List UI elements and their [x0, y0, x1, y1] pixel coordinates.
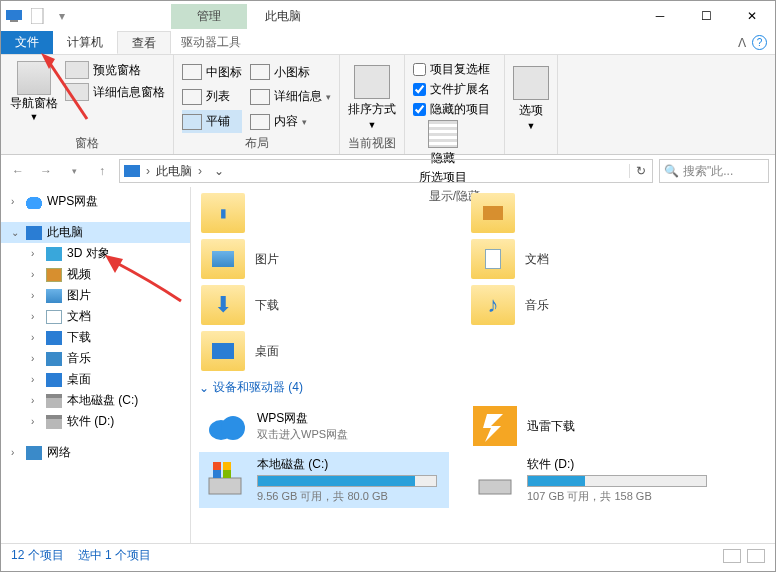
view-details-button[interactable]	[723, 549, 741, 563]
chevron-down-icon: ▼	[527, 121, 536, 131]
main-split: ›WPS网盘 ⌄此电脑 ›3D 对象 ›视频 ›图片 ›文档 ›下载 ›音乐 ›…	[1, 187, 775, 543]
address-bar[interactable]: › 此电脑 › ⌄ ↻	[119, 159, 653, 183]
device-drive-c[interactable]: 本地磁盘 (C:) 9.56 GB 可用，共 80.0 GB	[199, 452, 449, 508]
options-icon[interactable]	[513, 66, 549, 100]
quick-access-toolbar: ▾	[5, 7, 71, 25]
minimize-button[interactable]: ─	[637, 1, 683, 31]
tree-drive-d[interactable]: ›软件 (D:)	[1, 411, 190, 432]
tree-drive-c[interactable]: ›本地磁盘 (C:)	[1, 390, 190, 411]
group-panes-label: 窗格	[9, 133, 165, 152]
group-panes: 导航窗格 ▼ 预览窗格 详细信息窗格 窗格	[1, 55, 174, 154]
group-layout: 中图标 小图标 列表 详细信息▾ 平铺 内容▾ 布局	[174, 55, 340, 154]
nav-tree: ›WPS网盘 ⌄此电脑 ›3D 对象 ›视频 ›图片 ›文档 ›下载 ›音乐 ›…	[1, 187, 191, 543]
ribbon-help: ᐱ ?	[730, 31, 775, 54]
view-tiles-button[interactable]	[747, 549, 765, 563]
layout-tiles[interactable]: 平铺	[182, 110, 242, 133]
search-icon: 🔍	[664, 164, 679, 178]
tree-downloads[interactable]: ›下载	[1, 327, 190, 348]
help-icon[interactable]: ?	[752, 35, 767, 50]
tree-this-pc[interactable]: ⌄此电脑	[1, 222, 190, 243]
chevron-right-icon[interactable]: ›	[146, 164, 150, 178]
tree-wps[interactable]: ›WPS网盘	[1, 191, 190, 212]
qat-dropdown-icon[interactable]: ▾	[53, 7, 71, 25]
layout-list[interactable]: 列表	[182, 86, 242, 109]
group-currentview-label: 当前视图	[348, 133, 396, 152]
svg-rect-1	[10, 20, 18, 22]
tree-3d[interactable]: ›3D 对象	[1, 243, 190, 264]
nav-pane-label: 导航窗格	[10, 95, 58, 112]
sort-icon[interactable]	[354, 65, 390, 99]
tree-pictures[interactable]: ›图片	[1, 285, 190, 306]
group-layout-label: 布局	[182, 133, 331, 152]
device-xunlei[interactable]: 迅雷下载	[469, 402, 719, 450]
pc-icon[interactable]	[5, 7, 23, 25]
chevron-down-icon: ⌄	[199, 381, 209, 395]
doc-icon[interactable]	[29, 7, 47, 25]
folder-pictures[interactable]: 图片	[199, 237, 449, 281]
chk-checkboxes[interactable]: 项目复选框	[413, 61, 490, 78]
folder-downloads[interactable]: ⬇下载	[199, 283, 449, 327]
details-pane-button[interactable]: 详细信息窗格	[65, 83, 165, 101]
ribbon: 导航窗格 ▼ 预览窗格 详细信息窗格 窗格 中图标 小图标 列表 详细信息▾ 平…	[1, 55, 775, 155]
tab-computer[interactable]: 计算机	[53, 31, 117, 54]
layout-content[interactable]: 内容▾	[250, 110, 331, 133]
close-button[interactable]: ✕	[729, 1, 775, 31]
folder-desktop[interactable]: 桌面	[199, 329, 449, 373]
layout-medium[interactable]: 中图标	[182, 61, 242, 84]
titlebar: ▾ 管理 此电脑 ─ ☐ ✕	[1, 1, 775, 31]
breadcrumb-root[interactable]: 此电脑	[156, 163, 192, 180]
sort-label: 排序方式	[348, 101, 396, 118]
nav-pane-button[interactable]: 导航窗格 ▼	[9, 61, 59, 133]
folder-grid: ▮ 图片 文档 ⬇下载 ♪音乐 桌面	[199, 191, 767, 373]
address-bar-row: ← → ▾ ↑ › 此电脑 › ⌄ ↻ 🔍 搜索"此...	[1, 155, 775, 187]
tree-documents[interactable]: ›文档	[1, 306, 190, 327]
xunlei-icon	[473, 406, 517, 446]
collapse-ribbon-icon[interactable]: ᐱ	[738, 36, 746, 50]
window-buttons: ─ ☐ ✕	[637, 1, 775, 31]
content-pane: ▮ 图片 文档 ⬇下载 ♪音乐 桌面 ⌄设备和驱动器 (4) WPS网盘双击进入…	[191, 187, 775, 543]
chk-extensions[interactable]: 文件扩展名	[413, 81, 490, 98]
devices-grid: WPS网盘双击进入WPS网盘 迅雷下载 本地磁盘 (C:) 9.56 GB 可用…	[199, 402, 767, 508]
tree-music[interactable]: ›音乐	[1, 348, 190, 369]
status-selection: 选中 1 个项目	[78, 547, 151, 564]
tree-videos[interactable]: ›视频	[1, 264, 190, 285]
group-options: 选项 ▼	[505, 55, 558, 154]
search-box[interactable]: 🔍 搜索"此...	[659, 159, 769, 183]
options-label: 选项	[519, 102, 543, 119]
ribbon-tabs: 文件 计算机 查看 驱动器工具 ᐱ ?	[1, 31, 775, 55]
tree-desktop[interactable]: ›桌面	[1, 369, 190, 390]
svg-rect-5	[209, 478, 241, 494]
folder-documents[interactable]: 文档	[469, 237, 719, 281]
tab-view[interactable]: 查看	[117, 31, 171, 54]
view-switcher	[723, 549, 765, 563]
back-button[interactable]: ←	[7, 160, 29, 182]
chevron-down-icon: ▼	[368, 120, 377, 130]
search-placeholder: 搜索"此...	[683, 163, 733, 180]
addr-dropdown[interactable]: ⌄	[208, 164, 230, 178]
chk-hidden[interactable]: 隐藏的项目	[413, 101, 490, 118]
preview-pane-button[interactable]: 预览窗格	[65, 61, 165, 79]
device-wps[interactable]: WPS网盘双击进入WPS网盘	[199, 402, 449, 450]
status-count: 12 个项目	[11, 547, 64, 564]
status-bar: 12 个项目 选中 1 个项目	[1, 543, 775, 567]
layout-small[interactable]: 小图标	[250, 61, 331, 84]
section-devices[interactable]: ⌄设备和驱动器 (4)	[199, 379, 767, 396]
refresh-button[interactable]: ↻	[629, 164, 652, 178]
maximize-button[interactable]: ☐	[683, 1, 729, 31]
layout-details[interactable]: 详细信息▾	[250, 86, 331, 109]
drive-icon	[473, 460, 517, 500]
tab-drive-tools[interactable]: 驱动器工具	[171, 31, 251, 54]
folder-item[interactable]	[469, 191, 719, 235]
chevron-down-icon: ▼	[30, 112, 39, 122]
usage-bar-c	[257, 475, 437, 487]
recent-button[interactable]: ▾	[63, 160, 85, 182]
chevron-right-icon[interactable]: ›	[198, 164, 202, 178]
up-button[interactable]: ↑	[91, 160, 113, 182]
folder-music[interactable]: ♪音乐	[469, 283, 719, 327]
svg-rect-10	[479, 480, 511, 494]
tab-file[interactable]: 文件	[1, 31, 53, 54]
folder-item[interactable]: ▮	[199, 191, 449, 235]
tree-network[interactable]: ›网络	[1, 442, 190, 463]
forward-button[interactable]: →	[35, 160, 57, 182]
device-drive-d[interactable]: 软件 (D:) 107 GB 可用，共 158 GB	[469, 452, 719, 508]
